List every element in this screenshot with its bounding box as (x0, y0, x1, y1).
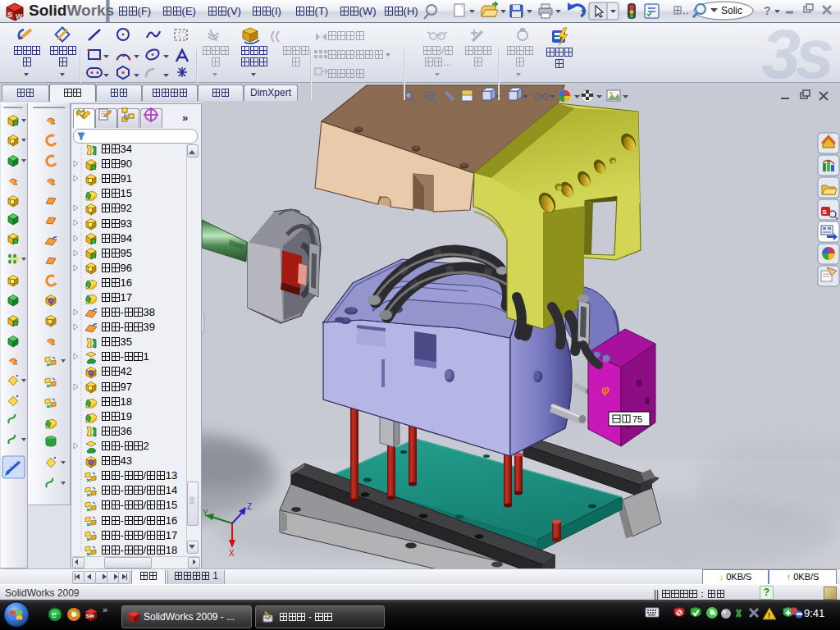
svg-text:Y: Y (203, 509, 208, 518)
svg-text:SW: SW (86, 614, 94, 619)
svg-text:Solic: Solic (721, 5, 742, 16)
svg-text:!: ! (768, 611, 770, 619)
svg-text:S: S (7, 11, 12, 19)
svg-text:e: e (52, 609, 57, 619)
svg-text:9:41: 9:41 (804, 607, 824, 619)
svg-text:φ: φ (601, 383, 609, 396)
svg-text:W: W (16, 12, 23, 21)
svg-text:75: 75 (632, 414, 642, 424)
svg-text:X: X (229, 549, 235, 558)
svg-text:»: » (103, 605, 107, 614)
svg-text:S: S (823, 208, 828, 216)
svg-text:Z: Z (247, 502, 252, 511)
